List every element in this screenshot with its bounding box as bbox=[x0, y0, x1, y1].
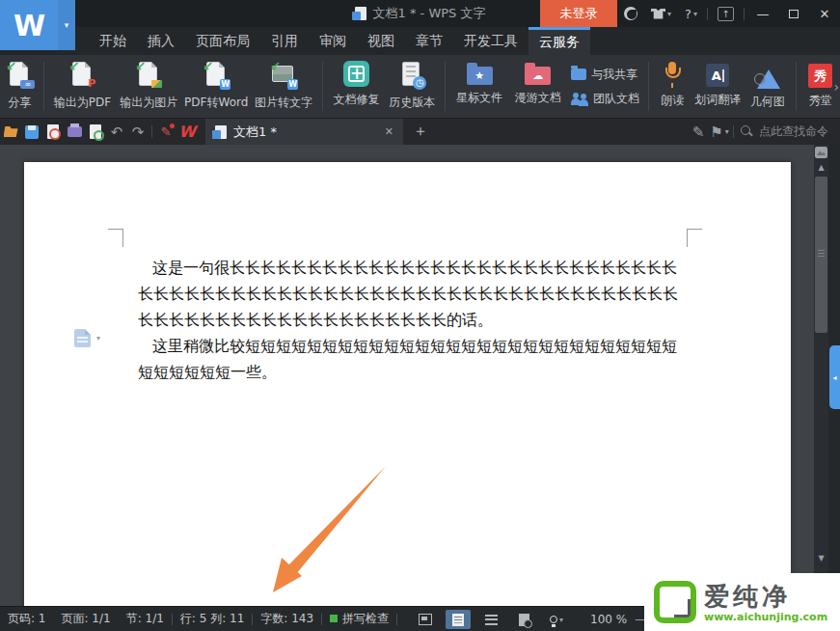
hide-ribbon-icon[interactable]: ↑ bbox=[711, 0, 741, 27]
divider bbox=[744, 8, 745, 20]
page-view-icon bbox=[452, 614, 464, 626]
tab-home[interactable]: 开始 bbox=[89, 27, 137, 55]
skin-icon[interactable]: ▾ bbox=[644, 0, 678, 27]
pdf-to-word-button[interactable]: ↙W PDF转Word bbox=[182, 55, 250, 118]
save-button[interactable] bbox=[21, 119, 42, 146]
history-button[interactable]: ◷ 历史版本 bbox=[385, 55, 440, 118]
minimize-button[interactable]: — bbox=[747, 0, 778, 27]
style-options-widget[interactable]: ▾ bbox=[74, 329, 100, 347]
question-icon: ? bbox=[685, 7, 691, 21]
print-button[interactable] bbox=[64, 119, 85, 146]
roaming-docs-button[interactable]: ☁ 漫游文档 bbox=[508, 55, 567, 118]
format-painter-button[interactable]: ✎ bbox=[155, 119, 176, 146]
export-pdf-button[interactable]: ↙P 输出为PDF bbox=[49, 55, 115, 118]
page-view-button[interactable] bbox=[446, 610, 471, 629]
zoom-level[interactable]: 100 % bbox=[590, 613, 627, 626]
ink-pen-button[interactable]: ✎ bbox=[688, 119, 709, 146]
new-tab-button[interactable]: ＋ bbox=[403, 122, 438, 142]
chevron-down-icon: ▾ bbox=[725, 127, 729, 136]
reading-tool-icon[interactable] bbox=[815, 147, 827, 158]
tab-close-icon[interactable]: ✕ bbox=[385, 125, 393, 138]
doc-repair-icon: + bbox=[343, 61, 369, 87]
status-spellcheck[interactable]: 拼写检查 bbox=[322, 611, 396, 627]
fullscreen-view-button[interactable] bbox=[413, 610, 438, 629]
tab-dev-tools[interactable]: 开发工具 bbox=[453, 27, 528, 55]
tab-cloud-service[interactable]: 云服务 bbox=[528, 27, 590, 55]
skin-center-icon[interactable] bbox=[617, 0, 644, 27]
roaming-folder-icon: ☁ bbox=[525, 67, 551, 85]
geometry-button[interactable]: 几何图 bbox=[745, 55, 791, 118]
shared-folder-icon bbox=[571, 69, 586, 80]
read-aloud-button[interactable]: 朗读 bbox=[654, 55, 691, 118]
maximize-button[interactable] bbox=[778, 0, 809, 27]
web-view-button[interactable] bbox=[511, 610, 536, 629]
flag-menu-button[interactable]: ⚑▾ bbox=[709, 119, 730, 146]
image-to-text-button[interactable]: ↙W 图片转文字 bbox=[250, 55, 317, 118]
help-icon[interactable]: ?▾ bbox=[678, 0, 704, 27]
chevron-down-icon: ▾ bbox=[559, 616, 563, 624]
tab-review[interactable]: 审阅 bbox=[309, 27, 357, 55]
margin-mark-left bbox=[108, 229, 123, 247]
ribbon-overflow-chevron[interactable]: › bbox=[833, 79, 839, 95]
document-tab-bar: ↶ ↷ ✎ W 文档1 * ✕ ＋ ✎ ⚑▾ 点此查找命令 bbox=[0, 118, 840, 145]
document-workspace: 这是一句很长长长长长长长长长长长长长长长长长长长长长长长长长长长长长长长长长长长… bbox=[0, 145, 840, 606]
scroll-down-button[interactable]: ▼ bbox=[814, 552, 828, 565]
open-button[interactable] bbox=[0, 119, 21, 146]
status-word-count[interactable]: 字数: 143 bbox=[253, 611, 321, 627]
brush-icon: ✎ bbox=[161, 124, 172, 139]
document-tab[interactable]: 文档1 * ✕ bbox=[205, 119, 403, 146]
outline-view-button[interactable] bbox=[478, 610, 503, 629]
save-icon bbox=[25, 125, 39, 139]
zoom-controls: 100 % — bbox=[590, 607, 646, 631]
share-icon: ↙∞ bbox=[5, 61, 34, 90]
tips-button[interactable]: ▾ bbox=[544, 610, 569, 629]
shared-with-me-button[interactable]: 与我共享 bbox=[571, 67, 639, 83]
pdf-quick-icon bbox=[47, 124, 59, 139]
scroll-up-button[interactable]: ▲ bbox=[814, 161, 828, 175]
watermark-text-group: 爱纯净 www.aichunjing.com bbox=[704, 582, 827, 623]
find-command-button[interactable]: 点此查找命令 bbox=[737, 119, 832, 146]
divider bbox=[445, 62, 446, 111]
tab-section[interactable]: 章节 bbox=[405, 27, 453, 55]
team-docs-button[interactable]: 团队文档 bbox=[571, 91, 639, 107]
divider bbox=[43, 62, 44, 111]
tab-page-layout[interactable]: 页面布局 bbox=[185, 27, 260, 55]
document-tab-icon bbox=[215, 125, 227, 139]
export-pdf-quick-button[interactable] bbox=[42, 119, 64, 146]
up-box-icon: ↑ bbox=[718, 7, 734, 21]
tab-references[interactable]: 引用 bbox=[260, 27, 309, 55]
wps-writer-window: 文档1 * - WPS 文字 未登录 ▾ ?▾ ↑ — ✕ W ▾ 开始 插入 … bbox=[0, 0, 840, 631]
circle-icon bbox=[624, 7, 637, 20]
tab-insert[interactable]: 插入 bbox=[137, 27, 185, 55]
export-image-button[interactable]: ↙ 输出为图片 bbox=[115, 55, 182, 118]
undo-button[interactable]: ↶ bbox=[106, 119, 127, 146]
redo-button[interactable]: ↷ bbox=[127, 119, 149, 146]
sidebar-pull-tab[interactable]: ◂ bbox=[829, 345, 840, 409]
starred-files-button[interactable]: ★ 星标文件 bbox=[450, 55, 509, 118]
export-image-icon: ↙ bbox=[134, 61, 163, 90]
status-section: 节: 1/1 bbox=[119, 611, 172, 627]
wps-logo[interactable]: W ▾ bbox=[0, 0, 75, 50]
close-button[interactable]: ✕ bbox=[809, 0, 840, 27]
dock-right-tools: ✎ ⚑▾ 点此查找命令 bbox=[688, 119, 840, 146]
export-pdf-icon: ↙P bbox=[68, 61, 96, 90]
chevron-down-icon: ▾ bbox=[96, 334, 100, 343]
tab-view[interactable]: 视图 bbox=[357, 27, 405, 55]
word-translate-button[interactable]: A 划词翻译 bbox=[691, 55, 745, 118]
logo-dropdown[interactable]: ▾ bbox=[58, 0, 75, 50]
login-button[interactable]: 未登录 bbox=[540, 0, 617, 27]
print-preview-button[interactable] bbox=[85, 119, 106, 146]
paragraph-long[interactable]: 这是一句很长长长长长长长长长长长长长长长长长长长长长长长长长长长长长长长长长长长… bbox=[138, 255, 678, 333]
outline-view-icon bbox=[485, 615, 498, 625]
style-doc-icon bbox=[74, 329, 91, 347]
maximize-icon bbox=[789, 10, 799, 18]
paragraph-short[interactable]: 这里稍微比较短短短短短短短短短短短短短短短短短短短短短短短短短短短短短短短短短短… bbox=[138, 333, 678, 385]
wps-home-button[interactable]: W bbox=[176, 119, 198, 146]
share-button[interactable]: ↙∞ 分享 bbox=[0, 55, 39, 118]
doc-repair-button[interactable]: + 文档修复 bbox=[328, 55, 385, 118]
page[interactable]: 这是一句很长长长长长长长长长长长长长长长长长长长长长长长长长长长长长长长长长长长… bbox=[24, 162, 791, 606]
watermark-logo-icon bbox=[654, 581, 696, 623]
scrollbar-thumb[interactable] bbox=[815, 177, 827, 333]
microphone-icon bbox=[664, 61, 681, 88]
document-text[interactable]: 这是一句很长长长长长长长长长长长长长长长长长长长长长长长长长长长长长长长长长长长… bbox=[138, 255, 678, 385]
